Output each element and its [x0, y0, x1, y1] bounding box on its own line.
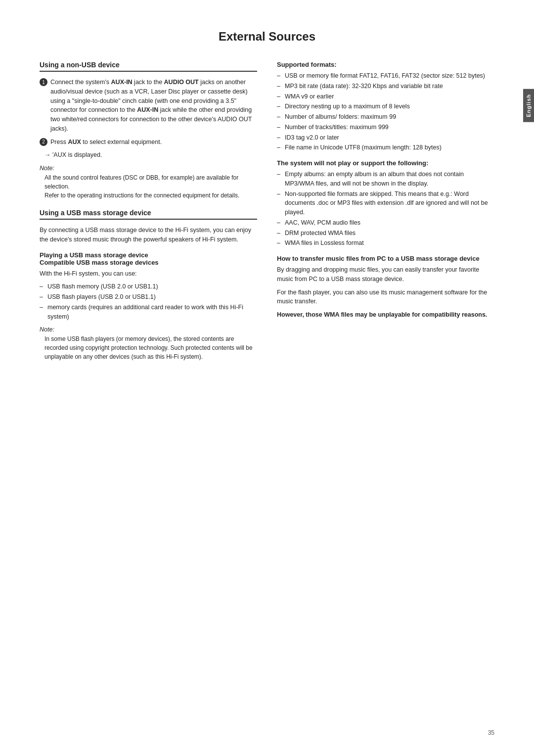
page-title: External Sources: [40, 30, 494, 46]
note2-label: Note:: [40, 326, 257, 333]
audio-out-bold: AUDIO OUT: [164, 79, 199, 86]
format-item-5: Number of albums/ folders: maximum 99: [277, 112, 494, 122]
note-text-2: Refer to the operating instructions for …: [44, 191, 257, 200]
compatible-intro: With the Hi-Fi system, you can use:: [40, 269, 257, 279]
section-usb-title: Using a USB mass storage device: [40, 209, 257, 220]
compatible-item-3: memory cards (requires an additional car…: [40, 303, 257, 322]
left-column: Using a non-USB device 1 Connect the sys…: [40, 61, 257, 366]
will-not-play-title: The system will not play or support the …: [277, 159, 494, 167]
section-non-usb: Using a non-USB device 1 Connect the sys…: [40, 61, 257, 200]
compatible-list: USB flash memory (USB 2.0 or USB1.1) USB…: [40, 282, 257, 321]
section2-note: Note: In some USB flash players (or memo…: [40, 326, 257, 361]
wma-warning: However, those WMA files may be unplayab…: [277, 310, 494, 320]
no-play-item-1: Empty albums: an empty album is an album…: [277, 170, 494, 189]
format-item-4: Directory nesting up to a maximum of 8 l…: [277, 102, 494, 111]
step-2: 2 Press AUX to select external equipment…: [40, 138, 257, 147]
step-2-text: Press AUX to select external equipment.: [50, 138, 257, 147]
supported-formats-title: Supported formats:: [277, 61, 494, 68]
format-item-7: ID3 tag v2.0 or later: [277, 133, 494, 142]
aux-in-bold: AUX-IN: [111, 79, 133, 86]
will-not-play-section: The system will not play or support the …: [277, 159, 494, 248]
step-1: 1 Connect the system's AUX-IN jack to th…: [40, 78, 257, 134]
format-item-8: File name in Unicode UTF8 (maximum lengt…: [277, 143, 494, 152]
format-item-2: MP3 bit rate (data rate): 32-320 Kbps an…: [277, 82, 494, 91]
page: English External Sources Using a non-USB…: [0, 0, 534, 756]
section-non-usb-title: Using a non-USB device: [40, 61, 257, 72]
supported-formats-section: Supported formats: USB or memory file fo…: [277, 61, 494, 152]
step-1-number: 1: [40, 78, 47, 86]
will-not-play-list: Empty albums: an empty album is an album…: [277, 170, 494, 248]
format-item-6: Number of tracks/titles: maximum 999: [277, 123, 494, 132]
flash-note: For the flash player, you can also use i…: [277, 288, 494, 307]
transfer-title: How to transfer music files from PC to a…: [277, 255, 494, 262]
compatible-item-2: USB flash players (USB 2.0 or USB1.1): [40, 292, 257, 302]
note-label: Note:: [40, 165, 257, 172]
aux-in-bold2: AUX-IN: [137, 106, 158, 113]
page-number: 35: [488, 729, 494, 736]
playing-usb-title: Playing a USB mass storage deviceCompati…: [40, 251, 257, 266]
transfer-section: How to transfer music files from PC to a…: [277, 255, 494, 320]
format-item-3: WMA v9 or earlier: [277, 92, 494, 101]
no-play-item-3: AAC, WAV, PCM audio files: [277, 218, 494, 228]
aux-bold: AUX: [68, 139, 81, 145]
section1-note: Note: All the sound control features (DS…: [40, 165, 257, 200]
no-play-item-2: Non-supported file formats are skipped. …: [277, 189, 494, 217]
supported-formats-list: USB or memory file format FAT12, FAT16, …: [277, 71, 494, 152]
step-2-number: 2: [40, 138, 47, 146]
step-1-text: Connect the system's AUX-IN jack to the …: [50, 78, 257, 134]
format-item-1: USB or memory file format FAT12, FAT16, …: [277, 71, 494, 81]
main-content: Using a non-USB device 1 Connect the sys…: [40, 61, 494, 366]
no-play-item-5: WMA files in Lossless format: [277, 238, 494, 248]
right-column: Supported formats: USB or memory file fo…: [277, 61, 494, 366]
compatible-item-1: USB flash memory (USB 2.0 or USB1.1): [40, 282, 257, 291]
section-usb: Using a USB mass storage device By conne…: [40, 209, 257, 361]
side-tab: English: [523, 89, 534, 122]
aux-display-arrow: → 'AUX is displayed.: [44, 150, 257, 160]
note-text-1: All the sound control features (DSC or D…: [44, 173, 257, 191]
no-play-item-4: DRM protected WMA files: [277, 229, 494, 238]
transfer-intro: By dragging and dropping music files, yo…: [277, 265, 494, 284]
usb-intro: By connecting a USB mass storage device …: [40, 226, 257, 244]
note2-text: In some USB flash players (or memory dev…: [44, 334, 257, 361]
